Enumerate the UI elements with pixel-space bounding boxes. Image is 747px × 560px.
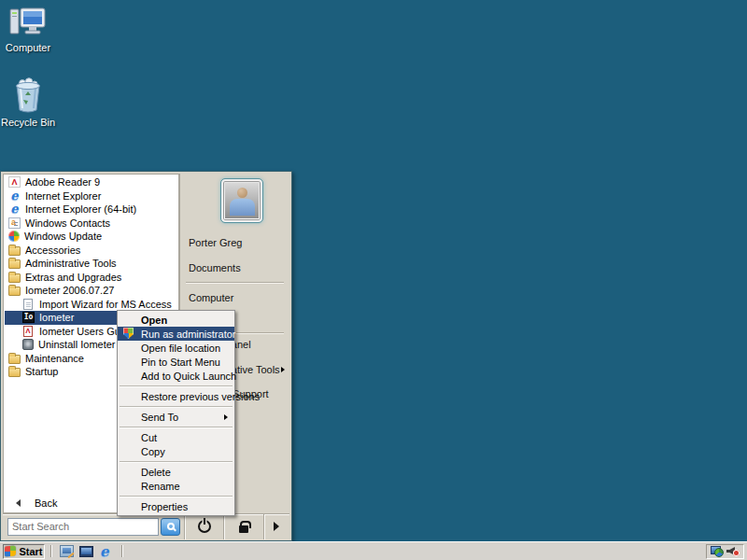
windows-update-icon: [8, 231, 20, 242]
start-menu-item[interactable]: Extras and Upgrades: [5, 271, 177, 285]
item-label: Restore previous versions: [141, 391, 260, 402]
item-label: Internet Explorer: [25, 190, 101, 202]
item-label: Uninstall Iometer: [38, 339, 116, 350]
back-arrow-icon: [16, 499, 21, 507]
item-label: Pin to Start Menu: [141, 357, 220, 368]
start-menu-right-item[interactable]: Porter Greg: [189, 236, 285, 249]
item-label: Run as administrator: [141, 329, 236, 340]
context-menu-item[interactable]: Rename: [118, 479, 234, 493]
user-picture[interactable]: [221, 179, 262, 222]
item-label: Administrative Tools: [25, 258, 117, 269]
context-menu-item[interactable]: Cut: [118, 430, 234, 444]
adobe-reader-icon: [8, 176, 21, 188]
folder-icon: [8, 368, 21, 377]
start-menu-item[interactable]: Import Wizard for MS Access: [5, 298, 177, 312]
start-menu-item[interactable]: Internet Explorer: [5, 189, 177, 203]
item-label: Copy: [141, 446, 165, 457]
volume-muted-icon[interactable]: [726, 545, 740, 557]
internet-explorer-icon[interactable]: [99, 545, 113, 558]
start-menu-item[interactable]: Administrative Tools: [5, 257, 177, 271]
item-label: Accessories: [25, 245, 80, 256]
item-label: Windows Contacts: [25, 217, 110, 229]
panel-separator: [186, 282, 284, 283]
menu-separator: [120, 427, 233, 427]
start-menu-item[interactable]: Iometer 2006.07.27: [5, 284, 177, 298]
iometer-icon: [22, 312, 35, 323]
desktop-icon-label: Recycle Bin: [0, 117, 56, 128]
item-label: Internet Explorer (64-bit): [25, 203, 136, 215]
context-menu-item[interactable]: Add to Quick Launch: [118, 369, 234, 383]
desktop-icon-computer[interactable]: Computer: [0, 6, 56, 53]
ie-icon: [8, 203, 21, 215]
windows-flag-icon: [5, 546, 16, 557]
start-menu-right-item[interactable]: Documents: [189, 261, 285, 274]
document-icon: [23, 299, 33, 310]
context-menu-item[interactable]: Pin to Start Menu: [118, 355, 234, 369]
submenu-arrow-icon: [224, 414, 228, 420]
power-icon: [198, 520, 211, 533]
show-desktop-icon[interactable]: [60, 545, 74, 557]
start-menu-item[interactable]: Windows Update: [5, 230, 177, 244]
taskbar: Start: [0, 541, 747, 560]
window-icon[interactable]: [79, 546, 93, 557]
quick-launch-bar: [57, 545, 116, 558]
lock-button[interactable]: [224, 517, 263, 536]
recycle-bin-icon: [10, 105, 46, 116]
system-tray: [706, 544, 744, 559]
taskbar-divider: [121, 545, 122, 557]
search-input[interactable]: [7, 518, 159, 536]
menu-separator: [120, 406, 233, 407]
desktop-icon-recycle-bin[interactable]: Recycle Bin: [0, 77, 56, 128]
magnifier-icon: [167, 523, 175, 530]
start-menu-item[interactable]: Adobe Reader 9: [5, 175, 177, 189]
item-label: Extras and Upgrades: [25, 272, 121, 283]
context-menu-item[interactable]: Run as administrator: [118, 327, 234, 341]
context-menu-item[interactable]: Restore previous versions: [118, 389, 234, 403]
right-arrow-icon: [274, 522, 279, 531]
folder-icon: [8, 287, 21, 296]
item-label: Iometer: [39, 312, 74, 323]
context-menu-item[interactable]: Open file location: [118, 341, 234, 355]
start-button[interactable]: Start: [3, 544, 45, 559]
taskbar-divider: [50, 545, 51, 557]
item-label: Properties: [141, 501, 188, 512]
folder-icon: [8, 273, 21, 283]
contacts-icon: [8, 217, 21, 229]
context-menu: OpenRun as administratorOpen file locati…: [117, 310, 235, 516]
menu-separator: [120, 385, 233, 386]
ie-icon: [8, 190, 21, 202]
pdf-icon: [23, 326, 33, 337]
folder-icon: [8, 259, 21, 269]
network-icon[interactable]: [711, 545, 724, 557]
context-menu-item[interactable]: Send To: [118, 410, 234, 424]
context-menu-item[interactable]: Open: [118, 313, 234, 327]
item-label: Windows Update: [24, 231, 102, 242]
shutdown-options-button[interactable]: [264, 517, 289, 536]
user-avatar-icon: [225, 183, 259, 218]
desktop: Computer Recycle Bin Adobe Reader 9Inter…: [0, 0, 747, 560]
item-label: Import Wizard for MS Access: [39, 299, 172, 310]
lock-icon: [239, 525, 248, 533]
uninstall-icon: [22, 339, 34, 350]
context-menu-item[interactable]: Delete: [118, 465, 234, 479]
start-menu-item[interactable]: Windows Contacts: [5, 217, 177, 231]
uac-shield-icon: [123, 328, 134, 339]
search-button[interactable]: [161, 518, 180, 536]
context-menu-item[interactable]: Copy: [118, 444, 234, 458]
item-label: Adobe Reader 9: [25, 176, 100, 188]
power-button[interactable]: [185, 517, 223, 536]
item-label: Cut: [141, 432, 157, 443]
item-label: Send To: [141, 412, 178, 423]
folder-icon: [8, 355, 21, 364]
submenu-arrow-icon: [281, 367, 285, 372]
folder-icon: [8, 246, 21, 256]
menu-separator: [120, 461, 233, 462]
start-button-label: Start: [19, 546, 42, 557]
item-label: Add to Quick Launch: [141, 371, 236, 382]
start-menu-right-item[interactable]: Computer: [189, 291, 285, 304]
item-label: Documents: [189, 262, 241, 273]
context-menu-item[interactable]: Properties: [118, 499, 234, 513]
start-menu-item[interactable]: Internet Explorer (64-bit): [5, 203, 177, 217]
desktop-icon-label: Computer: [0, 42, 56, 53]
start-menu-item[interactable]: Accessories: [5, 244, 177, 258]
